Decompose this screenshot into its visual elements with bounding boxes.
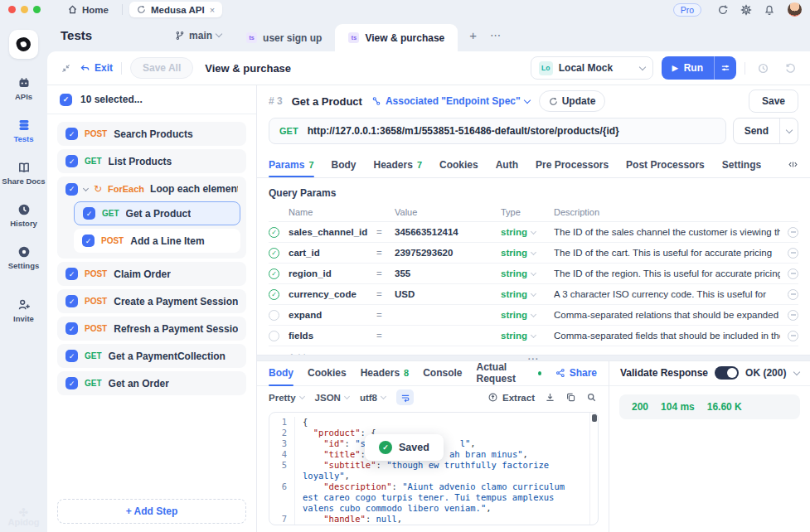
param-value[interactable]: 355 — [395, 268, 501, 278]
step-item[interactable]: ✓POSTAdd a Line Item — [74, 229, 240, 253]
param-name[interactable]: region_id — [289, 268, 376, 278]
step-checkbox[interactable]: ✓ — [65, 322, 78, 335]
param-type-select[interactable]: string — [501, 268, 554, 278]
restore-icon[interactable] — [784, 62, 797, 75]
request-tab-pre-processors[interactable]: Pre Processors — [536, 152, 609, 177]
step-checkbox[interactable]: ✓ — [65, 128, 78, 140]
url-input[interactable]: GET http://127.0.0.1:3658/m1/553851-5164… — [269, 118, 726, 144]
format-select[interactable]: JSON — [315, 393, 349, 403]
param-type-select[interactable]: string — [501, 227, 554, 237]
remove-param-icon[interactable] — [788, 289, 798, 300]
step-item[interactable]: ✓POSTClaim Order — [57, 262, 246, 286]
run-button[interactable]: ▶ Run — [662, 56, 714, 80]
step-checkbox[interactable]: ✓ — [65, 295, 78, 307]
extract-button[interactable]: Extract — [487, 392, 535, 403]
select-all-row[interactable]: ✓ 10 selected... — [47, 85, 256, 114]
response-tab-cookies[interactable]: Cookies — [308, 361, 347, 385]
more-tabs-button[interactable]: ⋯ — [490, 29, 502, 41]
sidebar-item-settings[interactable]: Settings — [2, 245, 45, 270]
param-description[interactable]: The ID of the sales channel the customer… — [554, 227, 780, 237]
request-tab-post-processors[interactable]: Post Processors — [626, 152, 705, 177]
step-item[interactable]: ✓GETList Products — [57, 149, 246, 173]
wrap-toggle-button[interactable] — [396, 389, 414, 405]
param-checkbox[interactable]: ✓ — [269, 248, 279, 259]
search-icon[interactable] — [586, 392, 597, 403]
step-checkbox[interactable]: ✓ — [65, 268, 78, 280]
associated-endpoint-link[interactable]: Associated "Endpoint Spec" — [371, 95, 530, 107]
tab-view-purchase[interactable]: tsView & purchase — [335, 24, 458, 51]
response-tab-body[interactable]: Body — [269, 361, 293, 385]
bell-icon[interactable] — [764, 4, 775, 16]
param-description[interactable]: The ID of the cart. This is useful for a… — [554, 248, 780, 258]
request-tab-auth[interactable]: Auth — [496, 152, 518, 177]
select-all-checkbox[interactable]: ✓ — [60, 94, 72, 106]
update-button[interactable]: Update — [539, 90, 606, 112]
param-type-select[interactable]: string — [501, 248, 554, 258]
step-checkbox[interactable]: ✓ — [83, 207, 95, 220]
param-description[interactable]: The ID of the region. This is useful for… — [554, 268, 780, 278]
sidebar-item-invite[interactable]: Invite — [2, 298, 45, 323]
sidebar-item-share-docs[interactable]: Share Docs — [2, 161, 45, 186]
param-row[interactable]: ✓region_id=355stringThe ID of the region… — [269, 264, 798, 284]
param-value[interactable]: 345663512414 — [395, 227, 501, 237]
add-step-button[interactable]: + Add Step — [57, 499, 246, 524]
send-button[interactable]: Send — [734, 125, 779, 137]
param-row[interactable]: ✓sales_channel_id=345663512414stringThe … — [269, 222, 798, 243]
panel-resize-handle[interactable]: ... — [257, 355, 810, 361]
param-checkbox[interactable]: ✓ — [269, 227, 279, 238]
app-logo[interactable] — [9, 30, 38, 59]
collapse-panel-icon[interactable] — [61, 63, 71, 74]
encoding-select[interactable]: utf8 — [360, 393, 386, 403]
share-button[interactable]: Share — [555, 367, 597, 379]
step-item[interactable]: ✓GETGet a PaymentCollection — [57, 344, 246, 368]
project-tab[interactable]: Medusa API × — [129, 2, 222, 17]
maximize-window-button[interactable] — [33, 6, 41, 13]
code-scrollbar[interactable] — [589, 413, 598, 525]
param-name[interactable]: sales_channel_id — [289, 227, 376, 237]
chevron-down-icon[interactable] — [83, 185, 89, 191]
sidebar-item-tests[interactable]: Tests — [2, 118, 45, 143]
param-description[interactable]: Comma-separated fields that should be in… — [554, 331, 780, 341]
response-tab-actual-request[interactable]: Actual Request — [477, 361, 541, 385]
environment-select[interactable]: Lo Local Mock — [531, 56, 653, 80]
request-tab-settings[interactable]: Settings — [722, 152, 761, 177]
branch-selector[interactable]: main — [175, 30, 221, 41]
param-value[interactable]: USD — [395, 289, 501, 299]
send-options-button[interactable] — [779, 118, 798, 143]
refresh-icon[interactable] — [717, 4, 729, 16]
sidebar-item-apis[interactable]: APIs — [2, 76, 45, 101]
param-checkbox[interactable]: ✓ — [269, 268, 279, 279]
sidebar-item-history[interactable]: History — [2, 203, 45, 228]
response-tab-console[interactable]: Console — [423, 361, 462, 385]
param-description[interactable]: A 3 character ISO currency code. This is… — [554, 289, 780, 299]
foreach-group-header[interactable]: ✓↻ForEachLoop each element in {{ — [63, 177, 240, 201]
param-type-select[interactable]: string — [501, 310, 554, 320]
param-type-select[interactable]: string — [501, 331, 554, 341]
tab-user-sign-up[interactable]: tsuser sign up — [233, 24, 335, 51]
request-tab-params[interactable]: Params7 — [269, 152, 314, 177]
user-avatar[interactable] — [788, 2, 802, 17]
step-item[interactable]: ✓POSTSearch Products — [57, 122, 246, 146]
param-row[interactable]: ✓expand=stringComma-separated relations … — [269, 305, 798, 326]
param-value[interactable]: 23975293620 — [395, 248, 501, 258]
param-row[interactable]: ✓currency_code=USDstringA 3 character IS… — [269, 284, 798, 305]
response-tab-headers[interactable]: Headers8 — [361, 361, 410, 385]
save-all-button[interactable]: Save All — [130, 57, 193, 79]
copy-icon[interactable] — [565, 392, 576, 403]
param-name[interactable]: expand — [289, 310, 376, 320]
download-icon[interactable] — [545, 392, 555, 403]
response-body-viewer[interactable]: 1{2 "product": {3 "id": "sstjkQJV l",4 "… — [269, 412, 599, 526]
validate-toggle[interactable] — [715, 366, 739, 380]
param-row[interactable]: ✓fields=stringComma-separated fields tha… — [269, 326, 798, 346]
request-tab-cookies[interactable]: Cookies — [439, 152, 478, 177]
step-checkbox[interactable]: ✓ — [65, 183, 78, 196]
param-type-select[interactable]: string — [501, 289, 554, 299]
param-checkbox[interactable]: ✓ — [269, 331, 279, 341]
pretty-select[interactable]: Pretty — [269, 393, 304, 403]
code-view-icon[interactable] — [788, 159, 798, 170]
close-tab-icon[interactable]: × — [210, 5, 215, 15]
param-checkbox[interactable]: ✓ — [269, 289, 279, 300]
pro-badge[interactable]: Pro — [673, 3, 701, 17]
step-checkbox[interactable]: ✓ — [65, 155, 78, 167]
step-checkbox[interactable]: ✓ — [82, 235, 95, 247]
